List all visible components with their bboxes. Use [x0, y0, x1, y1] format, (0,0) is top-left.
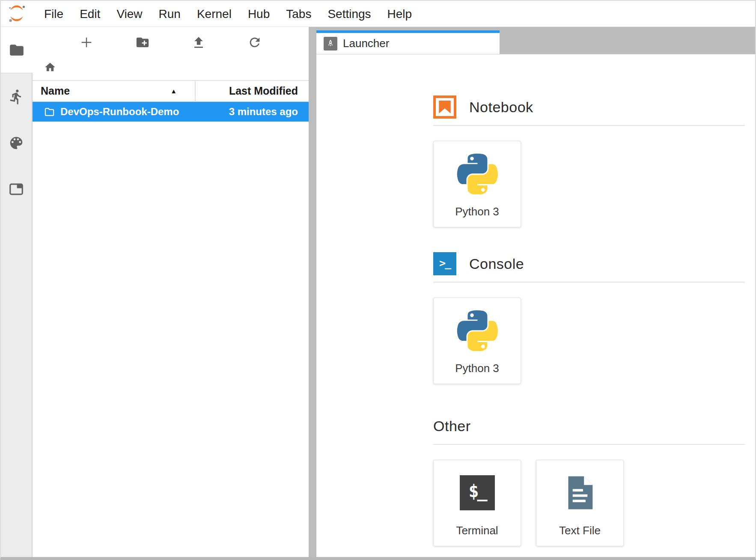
- text-file-icon: [561, 474, 599, 512]
- console-icon: >_: [433, 252, 456, 275]
- menu-file[interactable]: File: [36, 1, 71, 27]
- launcher-section-notebook: Notebook Python 3: [433, 95, 745, 227]
- section-title: Console: [469, 256, 524, 272]
- section-header-other: Other: [433, 414, 745, 438]
- section-divider: [433, 282, 745, 283]
- menu-bar: File Edit View Run Kernel Hub Tabs Setti…: [1, 1, 755, 27]
- launcher-card-notebook-python3[interactable]: Python 3: [433, 141, 521, 227]
- file-modified: 3 minutes ago: [229, 106, 309, 118]
- section-title: Other: [433, 418, 471, 435]
- main-dock-panel: Launcher Notebook: [316, 27, 755, 557]
- menu-help[interactable]: Help: [379, 1, 420, 27]
- name-header-label: Name: [41, 85, 70, 97]
- sort-ascending-icon: ▲: [170, 87, 177, 95]
- folder-icon: [44, 106, 55, 118]
- menu-kernel[interactable]: Kernel: [189, 1, 240, 27]
- new-launcher-button[interactable]: [79, 35, 94, 50]
- notebook-icon: [433, 95, 456, 119]
- jupyterlab-window: File Edit View Run Kernel Hub Tabs Setti…: [0, 0, 756, 560]
- new-folder-button[interactable]: [135, 35, 150, 50]
- activity-bar-lower: [1, 73, 33, 557]
- file-name: DevOps-Runbook-Demo: [60, 106, 229, 118]
- activity-bar: [1, 27, 33, 557]
- section-title: Notebook: [469, 99, 533, 116]
- dock-tab-bar: Launcher: [316, 27, 755, 54]
- sidebar-tab-file-browser[interactable]: [1, 27, 33, 73]
- menu-edit[interactable]: Edit: [71, 1, 108, 27]
- section-header-notebook: Notebook: [433, 95, 745, 119]
- launcher-section-console: >_ Console Python 3: [433, 252, 745, 384]
- menu-tabs[interactable]: Tabs: [278, 1, 319, 27]
- section-header-console: >_ Console: [433, 252, 745, 275]
- tab-launcher-label: Launcher: [343, 37, 389, 50]
- card-label: Text File: [559, 524, 601, 537]
- menu-view[interactable]: View: [108, 1, 150, 27]
- section-divider: [433, 444, 745, 445]
- refresh-button[interactable]: [247, 35, 262, 50]
- last-modified-header-label: Last Modified: [229, 85, 298, 97]
- terminal-icon: $_: [460, 475, 495, 510]
- file-browser-panel: Name ▲ Last Modified DevOps-Runbook-Demo…: [33, 27, 309, 557]
- commands-palette-icon[interactable]: [8, 135, 24, 151]
- breadcrumb: [33, 58, 309, 77]
- python-logo-icon: [457, 310, 498, 362]
- section-divider: [433, 125, 745, 126]
- file-browser-toolbar: [33, 27, 309, 58]
- launcher-card-text-file[interactable]: Text File: [536, 460, 624, 546]
- launcher-section-other: Other $_ Terminal: [433, 414, 745, 546]
- launcher-card-terminal[interactable]: $_ Terminal: [433, 460, 521, 546]
- python-logo-icon: [457, 153, 498, 205]
- column-header-name[interactable]: Name ▲: [33, 81, 195, 101]
- launcher-card-console-python3[interactable]: Python 3: [433, 298, 521, 384]
- panel-splitter[interactable]: [309, 27, 316, 557]
- launcher-panel: Notebook Python 3: [316, 54, 755, 557]
- open-tabs-icon[interactable]: [8, 181, 24, 197]
- file-browser-folder-icon: [9, 42, 25, 58]
- tab-launcher[interactable]: Launcher: [316, 30, 500, 54]
- column-header-last-modified[interactable]: Last Modified: [195, 81, 309, 101]
- menu-settings[interactable]: Settings: [319, 1, 379, 27]
- menu-hub[interactable]: Hub: [240, 1, 278, 27]
- upload-button[interactable]: [191, 35, 206, 50]
- card-label: Python 3: [455, 205, 499, 218]
- table-row-selected[interactable]: DevOps-Runbook-Demo 3 minutes ago: [33, 102, 309, 122]
- launcher-rocket-icon: [324, 37, 337, 51]
- listing-header: Name ▲ Last Modified: [33, 80, 309, 102]
- card-label: Terminal: [456, 524, 498, 537]
- home-icon[interactable]: [44, 61, 56, 73]
- card-label: Python 3: [455, 362, 499, 375]
- menu-run[interactable]: Run: [151, 1, 189, 27]
- running-sessions-icon[interactable]: [8, 89, 24, 105]
- jupyter-logo-icon: [7, 4, 27, 24]
